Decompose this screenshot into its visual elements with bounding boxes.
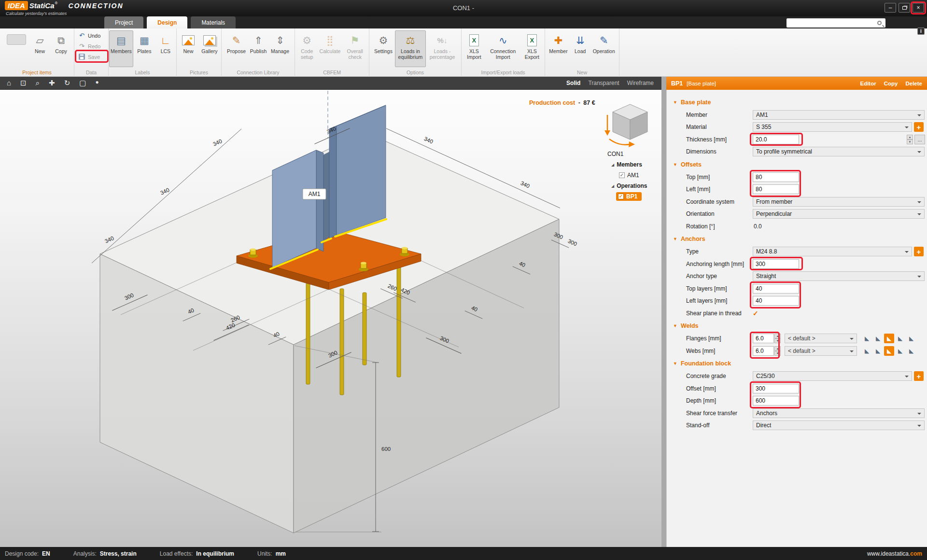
rotation-value[interactable]: 0.0: [753, 223, 762, 230]
info-button[interactable]: i: [917, 28, 925, 35]
zoom-window-icon[interactable]: ⊡: [20, 79, 27, 87]
spin-down-icon[interactable]: ▼: [774, 338, 781, 343]
calculate-button[interactable]: ⣿ Calculate: [320, 30, 340, 67]
copy-project-button[interactable]: ⧉ Copy: [51, 30, 71, 67]
xls-export-button[interactable]: X XLS Export: [520, 30, 545, 67]
weld-type-fillet-icon[interactable]: ◣: [884, 334, 894, 343]
orientation-select[interactable]: Perpendicular: [753, 209, 925, 219]
concrete-grade-select[interactable]: C25/30: [753, 371, 912, 381]
shear-plane-checkbox[interactable]: ✓: [753, 309, 758, 317]
collapse-triangle-icon[interactable]: ▼: [673, 162, 677, 167]
redo-button[interactable]: ↷ Redo: [76, 42, 106, 51]
add-material-button[interactable]: +: [914, 122, 924, 132]
web-weld-spinner[interactable]: ▲ ▼: [774, 346, 781, 356]
weld-type-fillet-icon[interactable]: ◣: [884, 346, 894, 356]
dimensions-select[interactable]: To profile symmetrical: [753, 147, 925, 156]
project-item-tile[interactable]: [7, 34, 26, 45]
add-concrete-grade-button[interactable]: +: [914, 371, 924, 381]
propose-button[interactable]: ✎ Propose: [225, 30, 247, 67]
settings-button[interactable]: ⚙ Settings: [373, 30, 394, 67]
tree-node-members[interactable]: ◢ Members: [604, 159, 660, 170]
flange-weld-spinner[interactable]: ▲ ▼: [774, 334, 781, 343]
code-setup-button[interactable]: ⚙ Code setup: [295, 30, 319, 67]
bp1-selected-pill[interactable]: ✓ BP1: [616, 192, 642, 201]
connection-import-button[interactable]: ∿ Connection Import: [488, 30, 519, 67]
delete-operation-button[interactable]: Delete: [905, 81, 922, 86]
shear-force-transfer-select[interactable]: Anchors: [753, 408, 925, 418]
tree-item-am1[interactable]: ✓ AM1: [604, 170, 660, 181]
web-weld-input[interactable]: 6.0: [753, 346, 774, 356]
pan-icon[interactable]: ✚: [49, 79, 55, 87]
new-load-button[interactable]: ⇊ Load: [570, 30, 590, 67]
am1-checkbox[interactable]: ✓: [619, 172, 625, 178]
spin-up-icon[interactable]: ▲: [774, 334, 781, 338]
xls-import-button[interactable]: X XLS Import: [462, 30, 487, 67]
spin-up-icon[interactable]: ▲: [774, 346, 781, 351]
minimize-button[interactable]: –: [885, 3, 896, 13]
material-select[interactable]: S 355: [753, 122, 912, 132]
tree-node-operations[interactable]: ◢ Operations: [604, 181, 660, 191]
foundation-offset-input[interactable]: 300: [753, 384, 799, 393]
expand-triangle-icon[interactable]: ◢: [611, 184, 614, 188]
labels-lcs-button[interactable]: ∟ LCS: [155, 30, 176, 67]
flange-weld-input[interactable]: 6.0: [753, 334, 774, 343]
anchor-type-select[interactable]: Straight: [753, 271, 925, 281]
coordinate-system-select[interactable]: From member: [753, 197, 925, 207]
overall-check-button[interactable]: ⚑ Overall check: [341, 30, 369, 67]
weld-type-intermittent-icon[interactable]: ◣: [906, 346, 916, 356]
loads-in-equilibrium-button[interactable]: ⚖ Loads in equilibrium: [395, 30, 426, 67]
standoff-select[interactable]: Direct: [753, 420, 925, 430]
rotate-view-icon[interactable]: ↻: [64, 79, 70, 87]
bp1-checkbox[interactable]: ✓: [618, 194, 624, 199]
new-member-button[interactable]: ✚ Member: [548, 30, 569, 67]
search-icon[interactable]: [877, 21, 882, 25]
loads-percentage-button[interactable]: %↓ Loads - percentage: [427, 30, 458, 67]
fit-view-icon[interactable]: ▢: [79, 79, 86, 87]
weld-type-butt-icon[interactable]: ◣: [862, 346, 872, 356]
spin-down-icon[interactable]: ▼: [774, 351, 781, 356]
weld-type-butt-icon[interactable]: ◣: [862, 334, 872, 343]
add-anchor-grade-button[interactable]: +: [914, 247, 924, 256]
new-operation-button[interactable]: ✎ Operation: [591, 30, 617, 67]
tab-design[interactable]: Design: [147, 16, 187, 28]
new-picture-button[interactable]: New: [178, 30, 198, 67]
section-foundation-block[interactable]: ▼ Foundation block: [667, 357, 927, 370]
collapse-triangle-icon[interactable]: ▼: [673, 100, 677, 105]
viewport-3d[interactable]: ⌂ ⊡ ⌕ ✚ ↻ ▢ ● Solid Transparent Wirefram…: [0, 77, 661, 547]
publish-button[interactable]: ⇑ Publish: [248, 30, 268, 67]
view-disc-icon[interactable]: ●: [95, 79, 98, 87]
offset-top-input[interactable]: 80: [753, 172, 799, 182]
gallery-button[interactable]: Gallery: [199, 30, 220, 67]
tab-project[interactable]: Project: [104, 16, 143, 28]
search-input[interactable]: [787, 19, 877, 27]
tab-materials[interactable]: Materials: [191, 16, 236, 28]
render-mode-solid[interactable]: Solid: [566, 80, 580, 86]
weld-type-double-fillet-icon[interactable]: ◣: [873, 334, 883, 343]
render-mode-wireframe[interactable]: Wireframe: [627, 80, 654, 86]
spin-up-icon[interactable]: ▲: [907, 135, 913, 140]
collapse-triangle-icon[interactable]: ▼: [673, 237, 677, 241]
anchor-grade-select[interactable]: M24 8.8: [753, 247, 912, 256]
section-base-plate[interactable]: ▼ Base plate: [667, 96, 927, 109]
navigation-cube[interactable]: [604, 104, 647, 147]
flange-weld-material-select[interactable]: < default >: [785, 334, 857, 343]
close-button[interactable]: ×: [913, 3, 924, 13]
weld-type-plug-icon[interactable]: ◣: [895, 334, 905, 343]
thickness-input[interactable]: 20.0: [753, 135, 799, 144]
thickness-more-button[interactable]: ...: [914, 135, 925, 144]
section-welds[interactable]: ▼ Welds: [667, 320, 927, 333]
zoom-icon[interactable]: ⌕: [36, 79, 40, 87]
model-canvas[interactable]: 340 340 340 340 340 340 300 300 300 40 2…: [0, 90, 661, 547]
editor-button[interactable]: Editor: [860, 81, 876, 86]
tree-root-con1[interactable]: CON1: [604, 149, 660, 159]
maximize-button[interactable]: [899, 3, 910, 13]
spin-down-icon[interactable]: ▼: [907, 140, 913, 144]
manage-button[interactable]: ⇕ Manage: [269, 30, 291, 67]
section-anchors[interactable]: ▼ Anchors: [667, 233, 927, 246]
member-tag[interactable]: AM1: [303, 189, 326, 199]
left-layers-input[interactable]: 40: [753, 296, 799, 306]
weld-type-plug-icon[interactable]: ◣: [895, 346, 905, 356]
undo-button[interactable]: ↶ Undo: [76, 31, 106, 40]
weld-type-double-fillet-icon[interactable]: ◣: [873, 346, 883, 356]
render-mode-transparent[interactable]: Transparent: [588, 80, 619, 86]
